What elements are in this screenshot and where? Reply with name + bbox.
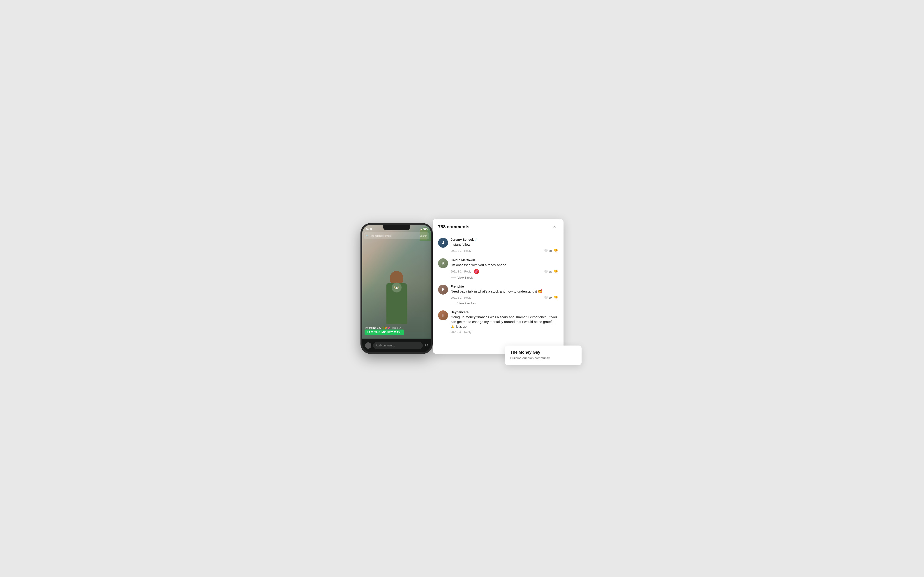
comment-actions-kaitlin: 🤍 36 👎	[544, 269, 558, 274]
table-row: H Heynancers Going up money/finances was…	[438, 310, 558, 334]
comments-list[interactable]: J Jeremy Scheck ✓ instant follow 2021-3-…	[433, 234, 564, 354]
video-banner: I AM THE MONEY GAY!	[365, 329, 404, 335]
avatar: J	[438, 238, 448, 248]
at-icon[interactable]: @	[425, 343, 428, 348]
tooltip-overlay: The Money Gay Building our own community…	[505, 345, 582, 365]
user-avatar-small	[365, 342, 371, 349]
play-button[interactable]: ▶	[392, 283, 402, 293]
verified-badge-jeremy: ✓	[475, 238, 477, 242]
comment-meta-frenchie: 2021-3-2 Reply 🤍 29 👎	[451, 295, 558, 300]
view-replies-frenchie[interactable]: View 2 replies	[451, 301, 558, 305]
tooltip-description: Building our own community.	[510, 356, 576, 361]
comment-meta-heynancers: 2021-3-2 Reply	[451, 330, 558, 334]
comment-content-heynancers: Heynancers Going up money/finances was a…	[451, 310, 558, 334]
avatar: K	[438, 258, 448, 268]
like-button-frenchie[interactable]: 🤍 29	[544, 296, 552, 299]
heart-icon-3: 🤍	[544, 296, 548, 299]
phone-status-bar: 10:57 ▲	[362, 225, 431, 232]
creator-name: The Money Gay 🌿🌈💕 2021-2-17	[365, 327, 429, 329]
heart-icon-2: 🤍	[544, 270, 548, 273]
comment-input[interactable]: Add comment...	[373, 342, 423, 349]
heart-icon: 🤍	[544, 249, 548, 253]
comment-content-kaitlin: Kaitlin McCowin I'm obsessed with you al…	[451, 258, 558, 279]
comment-placeholder: Add comment...	[376, 344, 395, 347]
divider-2	[451, 303, 456, 303]
dislike-button-frenchie[interactable]: 👎	[554, 295, 558, 300]
reply-button-kaitlin[interactable]: Reply	[464, 270, 471, 273]
search-icon: 🔍	[366, 235, 368, 237]
dislike-button-kaitlin[interactable]: 👎	[554, 269, 558, 274]
comments-panel: 758 comments × J Jeremy Scheck ✓ instant…	[433, 219, 564, 354]
comment-date-kaitlin: 2021-3-2	[451, 270, 462, 273]
scene: 10:57 ▲ 🔍 Find related content Search ‹ …	[360, 219, 564, 358]
comment-text-jeremy: instant follow	[451, 242, 558, 247]
dislike-button-jeremy[interactable]: 👎	[554, 248, 558, 253]
comment-text-kaitlin: I'm obsessed with you already ahaha	[451, 263, 558, 267]
battery-icon	[423, 228, 427, 230]
comment-username-heynancers: Heynancers	[451, 310, 558, 314]
comment-text-heynancers: Going up money/finances was a scary and …	[451, 315, 558, 329]
reply-button-jeremy[interactable]: Reply	[464, 249, 471, 253]
avatar: F	[438, 285, 448, 295]
phone: 10:57 ▲ 🔍 Find related content Search ‹ …	[360, 223, 433, 354]
comment-date-frenchie: 2021-3-2	[451, 296, 462, 299]
comment-text-frenchie: Need baby talk in what's a stock and how…	[451, 289, 558, 294]
comment-username-jeremy: Jeremy Scheck ✓	[451, 238, 558, 242]
comment-content-frenchie: Frenchie Need baby talk in what's a stoc…	[451, 285, 558, 305]
view-replies-kaitlin[interactable]: View 1 reply	[451, 276, 558, 279]
emoji-reaction: 💕	[474, 269, 479, 274]
table-row: J Jeremy Scheck ✓ instant follow 2021-3-…	[438, 238, 558, 253]
comment-date-jeremy: 2021-3-3	[451, 249, 462, 253]
comment-username-frenchie: Frenchie	[451, 285, 558, 288]
table-row: K Kaitlin McCowin I'm obsessed with you …	[438, 258, 558, 279]
phone-search-bar[interactable]: 🔍 Find related content Search	[364, 232, 429, 239]
comment-meta-kaitlin: 2021-3-2 Reply 💕 🤍 36 👎	[451, 269, 558, 274]
reply-button-frenchie[interactable]: Reply	[464, 296, 471, 299]
avatar: H	[438, 310, 448, 320]
close-button[interactable]: ×	[551, 223, 558, 230]
phone-caption: The Money Gay 🌿🌈💕 2021-2-17 I AM THE MON…	[362, 325, 431, 336]
phone-comment-bar: Add comment... @	[362, 339, 431, 352]
phone-time: 10:57	[366, 228, 372, 230]
comment-actions-jeremy: 🤍 38 👎	[544, 248, 558, 253]
comment-date-heynancers: 2021-3-2	[451, 330, 462, 334]
comment-content-jeremy: Jeremy Scheck ✓ instant follow 2021-3-3 …	[451, 238, 558, 253]
phone-search-input: Find related content	[370, 234, 391, 237]
comment-actions-frenchie: 🤍 29 👎	[544, 295, 558, 300]
divider	[451, 277, 456, 278]
comment-meta-jeremy: 2021-3-3 Reply 🤍 38 👎	[451, 248, 558, 253]
phone-search-label: Search	[419, 234, 427, 237]
reply-button-heynancers[interactable]: Reply	[464, 330, 471, 334]
like-button-kaitlin[interactable]: 🤍 36	[544, 270, 552, 273]
comments-title: 758 comments	[438, 224, 469, 229]
comments-header: 758 comments ×	[433, 219, 564, 234]
wifi-icon: ▲	[420, 228, 423, 230]
tooltip-title: The Money Gay	[510, 350, 576, 355]
table-row: F Frenchie Need baby talk in what's a st…	[438, 285, 558, 305]
like-button-jeremy[interactable]: 🤍 38	[544, 249, 552, 253]
back-button[interactable]: ‹	[365, 233, 366, 236]
comment-username-kaitlin: Kaitlin McCowin	[451, 258, 558, 262]
